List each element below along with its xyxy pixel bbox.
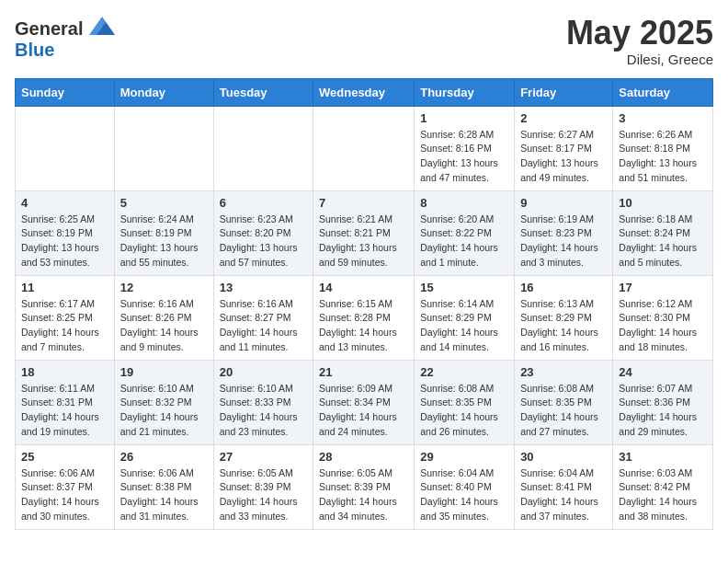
- day-info: Sunrise: 6:12 AM Sunset: 8:30 PM Dayligh…: [619, 297, 707, 355]
- day-cell: 21Sunrise: 6:09 AM Sunset: 8:34 PM Dayli…: [313, 360, 415, 444]
- day-number: 26: [120, 450, 208, 464]
- day-cell: 22Sunrise: 6:08 AM Sunset: 8:35 PM Dayli…: [415, 360, 515, 444]
- day-number: 11: [21, 281, 108, 294]
- logo-general: General: [15, 18, 83, 39]
- day-cell: 9Sunrise: 6:19 AM Sunset: 8:23 PM Daylig…: [515, 190, 613, 275]
- day-cell: 3Sunrise: 6:26 AM Sunset: 8:18 PM Daylig…: [613, 106, 713, 190]
- day-number: 7: [319, 196, 408, 210]
- day-header-thursday: Thursday: [415, 78, 515, 106]
- day-number: 31: [619, 450, 707, 464]
- logo: General Blue: [15, 15, 115, 61]
- day-cell: 2Sunrise: 6:27 AM Sunset: 8:17 PM Daylig…: [515, 106, 613, 190]
- day-info: Sunrise: 6:20 AM Sunset: 8:22 PM Dayligh…: [420, 213, 508, 270]
- day-number: 24: [619, 365, 707, 379]
- day-number: 27: [220, 450, 307, 464]
- month-title: May 2025: [566, 15, 713, 52]
- day-cell: 20Sunrise: 6:10 AM Sunset: 8:33 PM Dayli…: [213, 360, 313, 444]
- day-number: 25: [21, 450, 108, 464]
- day-info: Sunrise: 6:28 AM Sunset: 8:16 PM Dayligh…: [420, 128, 508, 186]
- day-info: Sunrise: 6:26 AM Sunset: 8:18 PM Dayligh…: [619, 128, 707, 186]
- day-number: 21: [319, 365, 408, 379]
- day-header-saturday: Saturday: [613, 78, 713, 106]
- day-number: 14: [319, 281, 408, 294]
- day-info: Sunrise: 6:16 AM Sunset: 8:27 PM Dayligh…: [220, 297, 307, 355]
- day-header-tuesday: Tuesday: [213, 78, 313, 106]
- day-header-friday: Friday: [515, 78, 613, 106]
- day-number: 3: [619, 111, 707, 125]
- day-cell: 14Sunrise: 6:15 AM Sunset: 8:28 PM Dayli…: [313, 275, 415, 360]
- day-number: 18: [21, 365, 108, 379]
- week-row-2: 4Sunrise: 6:25 AM Sunset: 8:19 PM Daylig…: [16, 190, 713, 275]
- day-header-sunday: Sunday: [16, 78, 115, 106]
- day-info: Sunrise: 6:14 AM Sunset: 8:29 PM Dayligh…: [420, 297, 508, 355]
- day-info: Sunrise: 6:08 AM Sunset: 8:35 PM Dayligh…: [420, 382, 508, 440]
- day-number: 10: [619, 196, 707, 210]
- logo-blue: Blue: [15, 40, 54, 60]
- day-number: 22: [420, 365, 508, 379]
- day-info: Sunrise: 6:10 AM Sunset: 8:33 PM Dayligh…: [220, 382, 307, 440]
- day-cell: 4Sunrise: 6:25 AM Sunset: 8:19 PM Daylig…: [16, 190, 115, 275]
- day-cell: 19Sunrise: 6:10 AM Sunset: 8:32 PM Dayli…: [114, 360, 213, 444]
- day-number: 16: [520, 281, 607, 294]
- day-cell: 27Sunrise: 6:05 AM Sunset: 8:39 PM Dayli…: [213, 444, 313, 529]
- day-number: 28: [319, 450, 408, 464]
- day-header-wednesday: Wednesday: [313, 78, 415, 106]
- day-info: Sunrise: 6:04 AM Sunset: 8:40 PM Dayligh…: [420, 466, 508, 524]
- day-cell: 6Sunrise: 6:23 AM Sunset: 8:20 PM Daylig…: [213, 190, 313, 275]
- day-headers-row: SundayMondayTuesdayWednesdayThursdayFrid…: [16, 78, 713, 106]
- day-number: 2: [520, 111, 607, 125]
- day-cell: 29Sunrise: 6:04 AM Sunset: 8:40 PM Dayli…: [415, 444, 515, 529]
- day-cell: 28Sunrise: 6:05 AM Sunset: 8:39 PM Dayli…: [313, 444, 415, 529]
- day-number: 9: [520, 196, 607, 210]
- day-info: Sunrise: 6:03 AM Sunset: 8:42 PM Dayligh…: [619, 466, 707, 524]
- day-info: Sunrise: 6:17 AM Sunset: 8:25 PM Dayligh…: [21, 297, 108, 355]
- day-number: 15: [420, 281, 508, 294]
- day-number: 19: [120, 365, 208, 379]
- day-number: 8: [420, 196, 508, 210]
- day-info: Sunrise: 6:13 AM Sunset: 8:29 PM Dayligh…: [520, 297, 607, 355]
- day-cell: 8Sunrise: 6:20 AM Sunset: 8:22 PM Daylig…: [415, 190, 515, 275]
- day-info: Sunrise: 6:18 AM Sunset: 8:24 PM Dayligh…: [619, 213, 707, 270]
- day-number: 13: [220, 281, 307, 294]
- day-info: Sunrise: 6:10 AM Sunset: 8:32 PM Dayligh…: [120, 382, 208, 440]
- day-info: Sunrise: 6:06 AM Sunset: 8:38 PM Dayligh…: [120, 466, 208, 524]
- logo-text: General Blue: [15, 15, 115, 61]
- day-cell: 24Sunrise: 6:07 AM Sunset: 8:36 PM Dayli…: [613, 360, 713, 444]
- week-row-3: 11Sunrise: 6:17 AM Sunset: 8:25 PM Dayli…: [16, 275, 713, 360]
- day-info: Sunrise: 6:05 AM Sunset: 8:39 PM Dayligh…: [319, 466, 408, 524]
- page-header: General Blue May 2025 Dilesi, Greece: [15, 15, 713, 67]
- day-info: Sunrise: 6:25 AM Sunset: 8:19 PM Dayligh…: [21, 213, 108, 270]
- day-cell: 11Sunrise: 6:17 AM Sunset: 8:25 PM Dayli…: [16, 275, 115, 360]
- week-row-5: 25Sunrise: 6:06 AM Sunset: 8:37 PM Dayli…: [16, 444, 713, 529]
- day-info: Sunrise: 6:23 AM Sunset: 8:20 PM Dayligh…: [220, 213, 307, 270]
- day-cell: 17Sunrise: 6:12 AM Sunset: 8:30 PM Dayli…: [613, 275, 713, 360]
- day-info: Sunrise: 6:07 AM Sunset: 8:36 PM Dayligh…: [619, 382, 707, 440]
- day-number: 29: [420, 450, 508, 464]
- day-cell: 23Sunrise: 6:08 AM Sunset: 8:35 PM Dayli…: [515, 360, 613, 444]
- day-cell: 25Sunrise: 6:06 AM Sunset: 8:37 PM Dayli…: [16, 444, 115, 529]
- day-header-monday: Monday: [114, 78, 213, 106]
- day-number: 6: [220, 196, 307, 210]
- day-number: 20: [220, 365, 307, 379]
- day-info: Sunrise: 6:09 AM Sunset: 8:34 PM Dayligh…: [319, 382, 408, 440]
- day-cell: [16, 106, 115, 190]
- week-row-4: 18Sunrise: 6:11 AM Sunset: 8:31 PM Dayli…: [16, 360, 713, 444]
- day-number: 1: [420, 111, 508, 125]
- day-cell: 31Sunrise: 6:03 AM Sunset: 8:42 PM Dayli…: [613, 444, 713, 529]
- day-cell: 13Sunrise: 6:16 AM Sunset: 8:27 PM Dayli…: [213, 275, 313, 360]
- day-info: Sunrise: 6:15 AM Sunset: 8:28 PM Dayligh…: [319, 297, 408, 355]
- day-number: 4: [21, 196, 108, 210]
- day-cell: 5Sunrise: 6:24 AM Sunset: 8:19 PM Daylig…: [114, 190, 213, 275]
- day-info: Sunrise: 6:08 AM Sunset: 8:35 PM Dayligh…: [520, 382, 607, 440]
- calendar-table: SundayMondayTuesdayWednesdayThursdayFrid…: [15, 78, 713, 530]
- location: Dilesi, Greece: [566, 52, 713, 67]
- day-cell: 18Sunrise: 6:11 AM Sunset: 8:31 PM Dayli…: [16, 360, 115, 444]
- day-cell: 1Sunrise: 6:28 AM Sunset: 8:16 PM Daylig…: [415, 106, 515, 190]
- day-info: Sunrise: 6:21 AM Sunset: 8:21 PM Dayligh…: [319, 213, 408, 270]
- day-cell: [313, 106, 415, 190]
- day-info: Sunrise: 6:05 AM Sunset: 8:39 PM Dayligh…: [220, 466, 307, 524]
- day-info: Sunrise: 6:04 AM Sunset: 8:41 PM Dayligh…: [520, 466, 607, 524]
- day-info: Sunrise: 6:27 AM Sunset: 8:17 PM Dayligh…: [520, 128, 607, 186]
- day-cell: 26Sunrise: 6:06 AM Sunset: 8:38 PM Dayli…: [114, 444, 213, 529]
- day-number: 12: [120, 281, 208, 294]
